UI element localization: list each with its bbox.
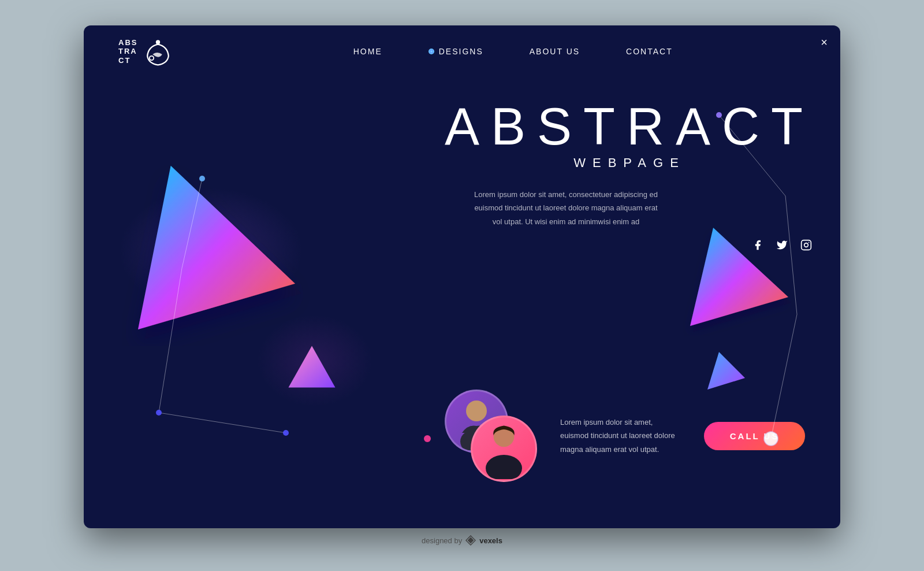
svg-point-11 bbox=[424, 435, 431, 442]
bottom-description: Lorem ipsum dolor sit amet, euismod tinc… bbox=[560, 416, 675, 456]
svg-line-3 bbox=[159, 413, 286, 433]
vexels-brand: vexels bbox=[479, 536, 502, 545]
triangle-large-left bbox=[118, 153, 315, 349]
svg-point-15 bbox=[804, 243, 808, 247]
avatar-2 bbox=[471, 416, 537, 482]
twitter-icon[interactable] bbox=[774, 237, 790, 253]
svg-point-4 bbox=[156, 410, 162, 416]
triangle-small-left bbox=[286, 343, 338, 395]
hero-subtitle: WEBPAGE bbox=[445, 155, 814, 170]
call-us-button[interactable]: CALL US bbox=[704, 422, 806, 450]
svg-point-16 bbox=[808, 242, 810, 243]
bottom-section: Lorem ipsum dolor sit amet, euismod tinc… bbox=[445, 390, 805, 482]
nav-links: HOME DESIGNS ABOUT US CONTACT bbox=[220, 46, 806, 57]
nav-item-about[interactable]: ABOUT US bbox=[530, 46, 580, 57]
logo[interactable]: ABSTRACT bbox=[118, 36, 174, 68]
instagram-icon[interactable] bbox=[798, 237, 814, 253]
nav-active-dot bbox=[429, 49, 434, 54]
nav-item-contact[interactable]: CONTACT bbox=[626, 46, 673, 57]
nav-item-designs[interactable]: DESIGNS bbox=[429, 47, 483, 56]
hero-title: ABSTRACT bbox=[445, 101, 814, 153]
designed-by-text: designed by bbox=[422, 536, 462, 545]
navbar: ABSTRACT HOME DESIGNS ABOUT US bbox=[84, 25, 840, 77]
social-icons bbox=[445, 237, 814, 253]
svg-point-5 bbox=[283, 430, 289, 436]
hero-section: ABSTRACT WEBPAGE Lorem ipsum dolor sit a… bbox=[445, 101, 814, 253]
nav-item-home[interactable]: HOME bbox=[353, 46, 382, 57]
page-footer: designed by vexels bbox=[422, 535, 502, 546]
facebook-icon[interactable] bbox=[750, 237, 766, 253]
svg-rect-14 bbox=[802, 240, 811, 250]
team-avatars bbox=[445, 390, 537, 482]
close-button[interactable]: × bbox=[821, 36, 828, 49]
logo-icon bbox=[142, 36, 174, 68]
hero-description: Lorem ipsum dolor sit amet, consectetuer… bbox=[445, 188, 687, 228]
triangle-small-right bbox=[702, 349, 748, 395]
main-window: × ABSTRACT bbox=[84, 25, 840, 528]
svg-point-17 bbox=[466, 401, 487, 421]
svg-point-13 bbox=[150, 55, 154, 60]
svg-point-20 bbox=[486, 455, 522, 479]
logo-text: ABSTRACT bbox=[118, 38, 137, 65]
vexels-logo-icon bbox=[465, 535, 476, 546]
